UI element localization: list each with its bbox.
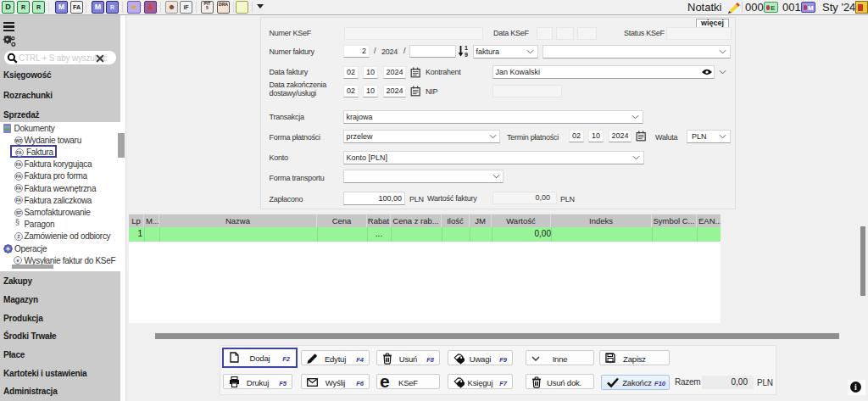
svg-text:1: 1 <box>465 45 468 51</box>
svg-text:9: 9 <box>465 52 468 58</box>
